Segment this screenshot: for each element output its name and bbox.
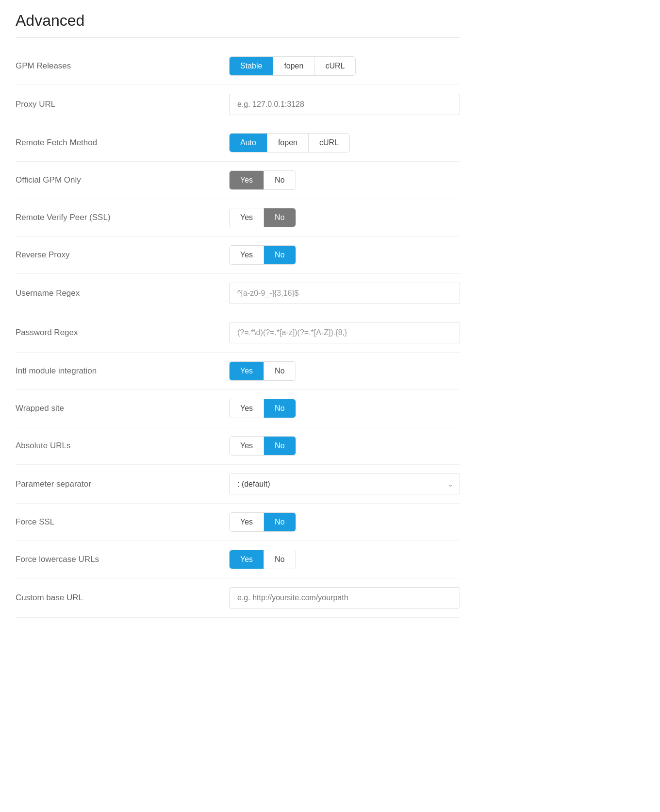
toggle-btn-gpm-releases-stable[interactable]: Stable — [230, 57, 273, 75]
toggle-group-force-ssl: YesNo — [229, 512, 296, 532]
label-parameter-separator: Parameter separator — [16, 479, 229, 489]
toggle-group-absolute-urls: YesNo — [229, 436, 296, 456]
toggle-group-remote-verify-peer: YesNo — [229, 208, 296, 227]
settings-container: GPM ReleasesStablefopencURLProxy URLRemo… — [16, 48, 460, 618]
toggle-btn-reverse-proxy-yes[interactable]: Yes — [230, 246, 264, 264]
settings-row-official-gpm-only: Official GPM OnlyYesNo — [16, 162, 460, 199]
toggle-btn-absolute-urls-yes[interactable]: Yes — [230, 437, 264, 455]
toggle-group-intl-module-integration: YesNo — [229, 361, 296, 381]
label-password-regex: Password Regex — [16, 328, 229, 338]
control-gpm-releases: StablefopencURL — [229, 56, 460, 76]
toggle-group-official-gpm-only: YesNo — [229, 170, 296, 190]
settings-row-password-regex: Password Regex — [16, 313, 460, 353]
toggle-btn-official-gpm-only-no[interactable]: No — [264, 171, 295, 189]
control-force-lowercase-urls: YesNo — [229, 550, 460, 569]
control-username-regex — [229, 283, 460, 304]
control-official-gpm-only: YesNo — [229, 170, 460, 190]
label-official-gpm-only: Official GPM Only — [16, 175, 229, 185]
toggle-btn-remote-fetch-method-auto[interactable]: Auto — [230, 134, 267, 152]
select-parameter-separator[interactable]: : (default); (semicolon)/ (slash) — [229, 474, 460, 494]
toggle-btn-force-lowercase-urls-no[interactable]: No — [264, 550, 295, 569]
toggle-btn-reverse-proxy-no[interactable]: No — [264, 246, 295, 264]
toggle-btn-remote-verify-peer-yes[interactable]: Yes — [230, 208, 264, 227]
label-username-regex: Username Regex — [16, 288, 229, 298]
toggle-btn-gpm-releases-curl[interactable]: cURL — [314, 57, 355, 75]
control-parameter-separator: : (default); (semicolon)/ (slash)⌄ — [229, 474, 460, 494]
input-proxy-url[interactable] — [229, 94, 460, 115]
label-wrapped-site: Wrapped site — [16, 404, 229, 413]
toggle-group-wrapped-site: YesNo — [229, 399, 296, 418]
label-remote-fetch-method: Remote Fetch Method — [16, 138, 229, 148]
control-absolute-urls: YesNo — [229, 436, 460, 456]
control-remote-fetch-method: AutofopencURL — [229, 133, 460, 152]
input-username-regex[interactable] — [229, 283, 460, 304]
toggle-btn-force-lowercase-urls-yes[interactable]: Yes — [230, 550, 264, 569]
label-absolute-urls: Absolute URLs — [16, 441, 229, 451]
settings-row-parameter-separator: Parameter separator: (default); (semicol… — [16, 465, 460, 504]
settings-row-intl-module-integration: Intl module integrationYesNo — [16, 353, 460, 390]
control-proxy-url — [229, 94, 460, 115]
toggle-btn-force-ssl-no[interactable]: No — [264, 513, 295, 531]
settings-row-absolute-urls: Absolute URLsYesNo — [16, 427, 460, 465]
toggle-group-force-lowercase-urls: YesNo — [229, 550, 296, 569]
input-password-regex[interactable] — [229, 322, 460, 343]
toggle-group-reverse-proxy: YesNo — [229, 245, 296, 265]
control-reverse-proxy: YesNo — [229, 245, 460, 265]
settings-row-force-lowercase-urls: Force lowercase URLsYesNo — [16, 541, 460, 578]
settings-row-remote-fetch-method: Remote Fetch MethodAutofopencURL — [16, 124, 460, 162]
label-force-ssl: Force SSL — [16, 517, 229, 527]
toggle-btn-force-ssl-yes[interactable]: Yes — [230, 513, 264, 531]
toggle-group-gpm-releases: StablefopencURL — [229, 56, 356, 76]
label-remote-verify-peer: Remote Verify Peer (SSL) — [16, 213, 229, 222]
toggle-btn-intl-module-integration-yes[interactable]: Yes — [230, 362, 264, 380]
page-title: Advanced — [16, 12, 460, 38]
control-force-ssl: YesNo — [229, 512, 460, 532]
settings-row-custom-base-url: Custom base URL — [16, 578, 460, 618]
toggle-btn-remote-fetch-method-curl[interactable]: cURL — [309, 134, 349, 152]
settings-row-force-ssl: Force SSLYesNo — [16, 504, 460, 541]
select-wrapper-parameter-separator: : (default); (semicolon)/ (slash)⌄ — [229, 474, 460, 494]
settings-row-remote-verify-peer: Remote Verify Peer (SSL)YesNo — [16, 199, 460, 237]
toggle-btn-intl-module-integration-no[interactable]: No — [264, 362, 295, 380]
toggle-btn-gpm-releases-fopen[interactable]: fopen — [273, 57, 314, 75]
settings-row-proxy-url: Proxy URL — [16, 85, 460, 124]
toggle-btn-absolute-urls-no[interactable]: No — [264, 437, 295, 455]
label-gpm-releases: GPM Releases — [16, 61, 229, 71]
settings-row-gpm-releases: GPM ReleasesStablefopencURL — [16, 48, 460, 85]
control-wrapped-site: YesNo — [229, 399, 460, 418]
input-custom-base-url[interactable] — [229, 587, 460, 609]
label-force-lowercase-urls: Force lowercase URLs — [16, 555, 229, 564]
control-password-regex — [229, 322, 460, 343]
toggle-btn-wrapped-site-no[interactable]: No — [264, 399, 295, 418]
control-remote-verify-peer: YesNo — [229, 208, 460, 227]
control-intl-module-integration: YesNo — [229, 361, 460, 381]
toggle-group-remote-fetch-method: AutofopencURL — [229, 133, 350, 152]
label-proxy-url: Proxy URL — [16, 100, 229, 109]
settings-row-reverse-proxy: Reverse ProxyYesNo — [16, 237, 460, 274]
toggle-btn-official-gpm-only-yes[interactable]: Yes — [230, 171, 264, 189]
settings-row-username-regex: Username Regex — [16, 274, 460, 313]
toggle-btn-remote-fetch-method-fopen[interactable]: fopen — [267, 134, 309, 152]
settings-row-wrapped-site: Wrapped siteYesNo — [16, 390, 460, 427]
label-custom-base-url: Custom base URL — [16, 593, 229, 603]
toggle-btn-wrapped-site-yes[interactable]: Yes — [230, 399, 264, 418]
toggle-btn-remote-verify-peer-no[interactable]: No — [264, 208, 295, 227]
label-intl-module-integration: Intl module integration — [16, 366, 229, 376]
control-custom-base-url — [229, 587, 460, 609]
label-reverse-proxy: Reverse Proxy — [16, 250, 229, 260]
